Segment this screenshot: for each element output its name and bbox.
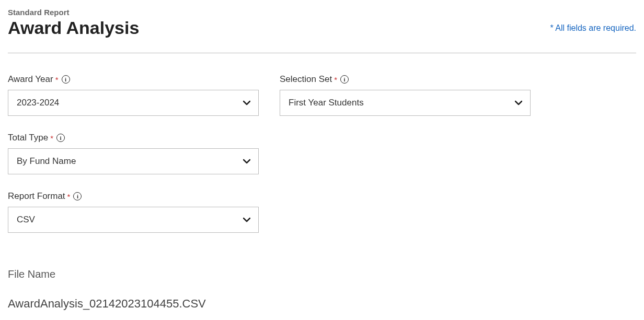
award-year-field: Award Year * 2023-2024 xyxy=(8,74,259,116)
total-type-field: Total Type * By Fund Name xyxy=(8,133,259,174)
required-indicator: * xyxy=(55,75,59,84)
award-year-select-wrapper: 2023-2024 xyxy=(8,90,259,116)
report-format-label: Report Format * xyxy=(8,191,259,202)
page-subtitle: Standard Report xyxy=(8,8,636,17)
required-indicator: * xyxy=(334,75,337,84)
total-type-label: Total Type * xyxy=(8,133,259,143)
selection-set-select[interactable]: First Year Students xyxy=(280,90,531,116)
info-icon[interactable] xyxy=(62,75,70,84)
file-name-section: File Name AwardAnalysis_02142023104455.C… xyxy=(8,268,636,311)
required-indicator: * xyxy=(67,192,71,201)
form-container: Award Year * 2023-2024 Selection Set * F… xyxy=(8,74,636,233)
file-name-value: AwardAnalysis_02142023104455.CSV xyxy=(8,297,636,311)
file-name-label: File Name xyxy=(8,268,636,280)
total-type-value: By Fund Name xyxy=(17,156,76,167)
report-format-label-text: Report Format xyxy=(8,191,65,202)
total-type-select[interactable]: By Fund Name xyxy=(8,148,259,174)
report-format-select-wrapper: CSV xyxy=(8,207,259,233)
info-icon[interactable] xyxy=(73,192,82,200)
award-year-label: Award Year * xyxy=(8,74,259,85)
page-header: Standard Report Award Analysis * All fie… xyxy=(8,8,636,53)
total-type-select-wrapper: By Fund Name xyxy=(8,148,259,174)
info-icon[interactable] xyxy=(56,134,65,142)
award-year-value: 2023-2024 xyxy=(17,98,59,108)
selection-set-value: First Year Students xyxy=(289,98,364,108)
required-fields-note: * All fields are required. xyxy=(550,23,636,33)
selection-set-label: Selection Set * xyxy=(280,74,531,85)
award-year-select[interactable]: 2023-2024 xyxy=(8,90,259,116)
info-icon[interactable] xyxy=(340,75,349,84)
total-type-label-text: Total Type xyxy=(8,133,48,143)
report-format-value: CSV xyxy=(17,215,35,225)
selection-set-label-text: Selection Set xyxy=(280,74,332,85)
selection-set-field: Selection Set * First Year Students xyxy=(280,74,531,116)
award-year-label-text: Award Year xyxy=(8,74,53,85)
selection-set-select-wrapper: First Year Students xyxy=(280,90,531,116)
report-format-select[interactable]: CSV xyxy=(8,207,259,233)
required-indicator: * xyxy=(50,134,53,143)
page-title: Award Analysis xyxy=(8,18,636,38)
report-format-field: Report Format * CSV xyxy=(8,191,259,233)
